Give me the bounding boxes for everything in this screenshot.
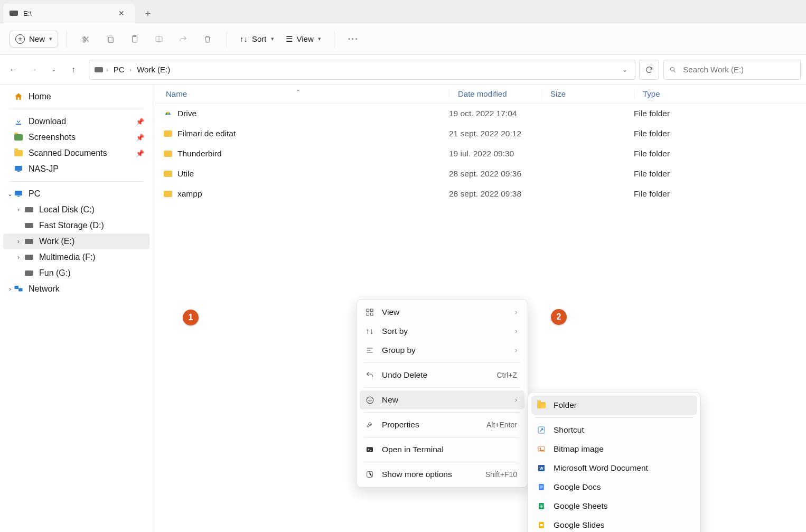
- file-list: Drive19 oct. 2022 17:04File folderFilmar…: [153, 104, 806, 204]
- file-name: Filmari de editat: [177, 129, 236, 138]
- svg-rect-15: [367, 313, 369, 315]
- sidebar-item-download[interactable]: Download 📌: [3, 114, 149, 129]
- ctx-properties[interactable]: Properties Alt+Enter: [360, 415, 524, 434]
- sort-label: Sort: [252, 34, 267, 43]
- column-size[interactable]: Size: [541, 89, 634, 98]
- sidebar-pc[interactable]: ⌄ PC: [3, 186, 149, 202]
- refresh-button[interactable]: [639, 60, 659, 80]
- file-name: Thunderbird: [177, 149, 222, 158]
- chevron-right-icon[interactable]: ›: [15, 238, 22, 245]
- chevron-right-icon: ›: [106, 67, 108, 73]
- pin-icon: 📌: [136, 150, 144, 157]
- ctx-sort-by[interactable]: ↑↓ Sort by ›: [360, 322, 524, 341]
- sidebar-item-label: Local Disk (C:): [39, 205, 95, 214]
- toolbar-separator: [227, 31, 227, 47]
- sidebar-item-label: Home: [29, 92, 51, 101]
- forward-button[interactable]: →: [25, 62, 41, 78]
- home-icon: [14, 92, 23, 101]
- svg-rect-7: [15, 166, 22, 171]
- breadcrumb-work[interactable]: Work (E:): [135, 64, 172, 75]
- sidebar-drive-d[interactable]: Fast Storage (D:): [3, 218, 149, 234]
- sidebar-item-label: Scanned Documents: [29, 148, 107, 158]
- file-row[interactable]: Drive19 oct. 2022 17:04File folder: [153, 104, 806, 124]
- sidebar-item-screenshots[interactable]: Screenshots 📌: [3, 129, 149, 145]
- search-input[interactable]: [682, 64, 795, 74]
- sub-gsheets[interactable]: Google Sheets: [531, 497, 697, 516]
- sidebar-drive-g[interactable]: Fun (G:): [3, 265, 149, 281]
- menu-separator: [364, 362, 520, 363]
- sub-bitmap[interactable]: Bitmap image: [531, 440, 697, 459]
- back-button[interactable]: ←: [5, 62, 21, 78]
- cut-button[interactable]: [76, 30, 97, 49]
- search-box[interactable]: [663, 60, 801, 80]
- sidebar-item-nas[interactable]: NAS-JP: [3, 161, 149, 177]
- breadcrumb-pc[interactable]: PC: [111, 64, 127, 75]
- ctx-group-by[interactable]: Group by ›: [360, 341, 524, 360]
- column-name[interactable]: Name ⌃: [153, 89, 449, 98]
- active-tab[interactable]: E:\ ✕: [3, 4, 135, 23]
- sub-gdocs[interactable]: Google Docs: [531, 478, 697, 497]
- sidebar-item-label: Fast Storage (D:): [39, 221, 104, 230]
- file-type: File folder: [634, 189, 806, 199]
- toolbar: + New ▾ ↑↓ Sort ▾ ☰ View ▾ ···: [0, 23, 806, 55]
- ctx-view[interactable]: View ›: [360, 303, 524, 322]
- sidebar-item-label: Multimedia (F:): [39, 253, 96, 262]
- group-icon: [365, 346, 374, 355]
- new-submenu: Folder Shortcut Bitmap image W Microsoft: [528, 392, 701, 532]
- close-tab-button[interactable]: ✕: [115, 8, 128, 18]
- word-icon: W: [537, 463, 546, 473]
- new-button[interactable]: + New ▾: [10, 31, 58, 48]
- file-date: 21 sept. 2022 20:12: [449, 129, 541, 138]
- chevron-down-icon[interactable]: ⌄: [6, 190, 14, 198]
- file-row[interactable]: Filmari de editat21 sept. 2022 20:12File…: [153, 124, 806, 144]
- new-button-label: New: [29, 34, 45, 43]
- monitor-icon: [14, 165, 23, 173]
- drive-icon: [24, 269, 34, 277]
- ctx-new[interactable]: New ›: [360, 390, 524, 409]
- ctx-terminal[interactable]: Open in Terminal: [360, 440, 524, 459]
- address-bar[interactable]: › PC › Work (E:) ⌄: [89, 60, 635, 80]
- ctx-undo[interactable]: Undo Delete Ctrl+Z: [360, 366, 524, 385]
- ctx-more-options[interactable]: Show more options Shift+F10: [360, 465, 524, 484]
- up-button[interactable]: ↑: [65, 62, 81, 78]
- rename-button[interactable]: [148, 30, 170, 49]
- column-date[interactable]: Date modified: [449, 89, 541, 98]
- copy-button[interactable]: [100, 30, 121, 49]
- sub-shortcut[interactable]: Shortcut: [531, 421, 697, 440]
- file-row[interactable]: xampp28 sept. 2022 09:38File folder: [153, 184, 806, 204]
- delete-button[interactable]: [197, 30, 218, 49]
- file-date: 19 oct. 2022 17:04: [449, 109, 541, 118]
- sub-word[interactable]: W Microsoft Word Document: [531, 459, 697, 478]
- chevron-right-icon[interactable]: ›: [15, 206, 22, 213]
- paste-button[interactable]: [124, 30, 145, 49]
- menu-separator: [364, 412, 520, 413]
- sidebar-drive-c[interactable]: › Local Disk (C:): [3, 202, 149, 218]
- sidebar-drive-e[interactable]: › Work (E:): [3, 234, 149, 249]
- chevron-down-icon[interactable]: ⌄: [618, 66, 632, 73]
- svg-rect-9: [15, 191, 22, 195]
- sidebar-item-scanned[interactable]: Scanned Documents 📌: [3, 145, 149, 161]
- image-icon: [537, 444, 546, 454]
- sort-dropdown[interactable]: ↑↓ Sort ▾: [236, 31, 278, 46]
- recent-button[interactable]: ⌄: [45, 62, 61, 78]
- sub-folder[interactable]: Folder: [531, 396, 697, 415]
- new-tab-button[interactable]: ＋: [138, 4, 157, 23]
- chevron-right-icon[interactable]: ›: [15, 254, 22, 261]
- pc-icon: [14, 190, 23, 198]
- pin-icon: 📌: [136, 134, 144, 142]
- share-button[interactable]: [173, 30, 194, 49]
- view-dropdown[interactable]: ☰ View ▾: [282, 31, 325, 47]
- sidebar-network[interactable]: › Network: [3, 281, 149, 297]
- column-type[interactable]: Type: [634, 89, 806, 98]
- more-button[interactable]: ···: [343, 30, 364, 49]
- sidebar-drive-f[interactable]: › Multimedia (F:): [3, 249, 149, 265]
- sub-gslides[interactable]: Google Slides: [531, 516, 697, 532]
- sidebar-home[interactable]: Home: [3, 89, 149, 105]
- annotation-badge-2: 2: [551, 309, 567, 325]
- file-row[interactable]: Thunderbird19 iul. 2022 09:30File folder: [153, 144, 806, 164]
- chevron-right-icon[interactable]: ›: [6, 285, 14, 293]
- file-row[interactable]: Utile28 sept. 2022 09:36File folder: [153, 164, 806, 184]
- folder-icon: [164, 191, 172, 197]
- trash-icon: [203, 34, 212, 44]
- drive-icon: [10, 11, 18, 16]
